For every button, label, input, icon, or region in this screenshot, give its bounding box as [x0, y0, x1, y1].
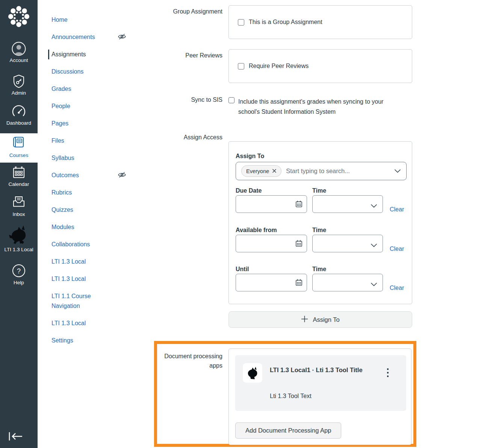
sidebar-item-label: Dashboard [0, 120, 38, 126]
global-nav-sidebar: Account Admin Dashboard [0, 0, 38, 448]
available-from-text-input[interactable] [240, 235, 292, 252]
group-assignment-panel: This is a Group Assignment [228, 5, 412, 39]
assign-access-label: Assign Access [144, 134, 222, 141]
course-nav-menu: Home Announcements Assignments Discussio… [51, 15, 145, 353]
due-time-select[interactable] [312, 195, 383, 213]
sync-to-sis-label: Sync to SIS [144, 97, 222, 103]
calendar-icon [0, 165, 38, 180]
course-nav-lti-11-course-navigation[interactable]: LTI 1.1 Course Navigation [51, 291, 104, 311]
sidebar-item-label: Admin [0, 90, 38, 96]
unicorn-icon [243, 363, 262, 383]
sidebar-item-account[interactable]: Account [0, 41, 38, 63]
peer-reviews-panel: Require Peer Reviews [228, 49, 412, 83]
available-from-time-select[interactable] [312, 235, 383, 252]
calendar-icon [295, 200, 303, 210]
sidebar-item-label: Account [0, 57, 38, 63]
course-nav-lti-13-local-1[interactable]: LTI 1.3 Local [51, 257, 86, 267]
chevron-down-icon [394, 168, 401, 175]
sidebar-item-admin[interactable]: Admin [0, 74, 38, 96]
until-text-input[interactable] [240, 274, 292, 291]
course-nav-people[interactable]: People [51, 101, 70, 111]
time-label: Time [312, 266, 326, 273]
course-nav-home[interactable]: Home [51, 15, 68, 25]
due-date-clear-link[interactable]: Clear [390, 206, 404, 213]
time-label: Time [312, 227, 326, 234]
due-date-label: Due Date [236, 187, 262, 194]
sync-to-sis-checkbox[interactable] [228, 97, 234, 103]
course-nav-rubrics[interactable]: Rubrics [51, 188, 72, 198]
unicorn-icon [0, 225, 38, 246]
sidebar-item-calendar[interactable]: Calendar [0, 165, 38, 187]
question-icon: ? [0, 264, 38, 279]
book-icon [0, 136, 38, 151]
available-from-clear-link[interactable]: Clear [390, 246, 404, 252]
until-clear-link[interactable]: Clear [390, 285, 404, 291]
assign-to-heading: Assign To [236, 153, 264, 160]
due-date-input[interactable] [236, 195, 307, 213]
available-from-label: Available from [236, 227, 277, 234]
hidden-eye-icon [118, 33, 126, 41]
peer-reviews-label: Peer Reviews [144, 52, 222, 59]
assign-to-combobox[interactable]: Everyone [236, 162, 407, 180]
course-nav-assignments[interactable]: Assignments [51, 50, 86, 59]
calendar-icon [295, 240, 303, 249]
canvas-logo-glyph [7, 5, 31, 29]
peer-reviews-checkbox[interactable] [238, 63, 244, 69]
group-assignment-checkbox[interactable] [238, 19, 244, 26]
sidebar-item-help[interactable]: ? Help [0, 264, 38, 285]
until-label: Until [236, 266, 249, 273]
course-nav-discussions[interactable]: Discussions [51, 67, 83, 77]
course-nav-files[interactable]: Files [51, 136, 64, 146]
svg-text:?: ? [17, 267, 21, 275]
calendar-icon [295, 279, 303, 288]
add-assign-to-button[interactable]: Assign To [228, 311, 412, 328]
until-time-select[interactable] [312, 274, 383, 291]
canvas-logo-icon[interactable] [0, 5, 38, 30]
add-document-processing-app-button[interactable]: Add Document Processing App [235, 422, 341, 439]
document-processing-card: LTI 1.3 Local1 · Lti 1.3 Tool Title Lti … [228, 348, 411, 445]
canvas-assignment-settings-page: Account Admin Dashboard [0, 0, 481, 448]
until-input[interactable] [236, 274, 307, 291]
course-nav-pages[interactable]: Pages [51, 119, 68, 128]
lti-tool-title: LTI 1.3 Local1 · Lti 1.3 Tool Title [270, 364, 367, 376]
course-nav-grades[interactable]: Grades [51, 84, 71, 94]
course-nav-lti-13-local-3[interactable]: LTI 1.3 Local [51, 318, 86, 328]
sync-to-sis-row: Include this assignment's grades when sy… [228, 97, 398, 117]
everyone-tag: Everyone [241, 165, 281, 177]
user-icon [0, 41, 38, 56]
course-nav-modules[interactable]: Modules [51, 222, 74, 232]
add-assign-to-button-label: Assign To [313, 316, 339, 323]
course-nav-settings[interactable]: Settings [51, 336, 73, 345]
course-nav-outcomes[interactable]: Outcomes [51, 170, 79, 180]
sidebar-item-lti-13-local[interactable]: LTI 1.3 Local [0, 225, 38, 252]
inbox-tray-icon [0, 195, 38, 210]
sidebar-item-label: Help [0, 280, 38, 285]
group-assignment-checkbox-label: This is a Group Assignment [249, 19, 322, 26]
assign-to-search-input[interactable] [286, 167, 390, 175]
kebab-menu-icon[interactable] [385, 367, 390, 380]
remove-tag-icon[interactable] [272, 168, 277, 174]
sync-to-sis-checkbox-label: Include this assignment's grades when sy… [238, 97, 393, 117]
shield-key-icon [0, 74, 38, 89]
sidebar-item-dashboard[interactable]: Dashboard [0, 104, 38, 126]
course-nav-lti-13-local-2[interactable]: LTI 1.3 Local [51, 274, 86, 284]
chevron-down-icon [371, 281, 377, 288]
sidebar-item-label: Inbox [0, 211, 38, 217]
due-date-text-input[interactable] [240, 196, 292, 213]
chevron-down-icon [371, 203, 377, 210]
course-nav-quizzes[interactable]: Quizzes [51, 205, 73, 215]
sidebar-item-courses[interactable]: Courses [0, 133, 38, 163]
hidden-eye-icon [118, 172, 126, 180]
sidebar-item-inbox[interactable]: Inbox [0, 195, 38, 217]
lti-tool-description: Lti 1.3 Tool Text [270, 393, 312, 400]
available-from-input[interactable] [236, 235, 307, 252]
collapse-global-nav-button[interactable] [8, 430, 24, 443]
course-nav-announcements[interactable]: Announcements [51, 32, 95, 42]
course-nav-syllabus[interactable]: Syllabus [51, 153, 74, 163]
lti-tool-card: LTI 1.3 Local1 · Lti 1.3 Tool Title Lti … [235, 355, 406, 411]
time-label: Time [312, 187, 326, 194]
collapse-left-icon [8, 438, 24, 443]
document-processing-highlight-box: Document processing apps LTI 1.3 Local1 … [154, 341, 416, 447]
course-nav-collaborations[interactable]: Collaborations [51, 240, 90, 249]
sidebar-item-label: LTI 1.3 Local [0, 247, 38, 252]
